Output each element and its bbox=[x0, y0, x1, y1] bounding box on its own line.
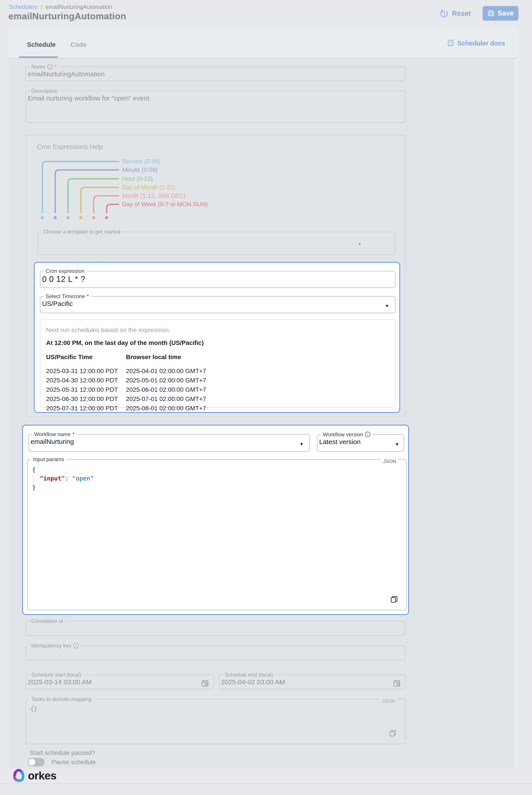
breadcrumb-separator: / bbox=[41, 3, 42, 11]
next-run-table-rows: 2025-03-31 12:00:00 PDT2025-04-01 02:00:… bbox=[46, 367, 389, 413]
next-run-intro: Next run schedules based on the expressi… bbox=[46, 327, 389, 334]
schedule-start-label: Schedule start (local) bbox=[29, 672, 83, 678]
pause-toggle-row: Pause schedule bbox=[28, 757, 96, 767]
scheduler-card: Schedule Code ? Scheduler docs Name i * … bbox=[9, 27, 518, 768]
json-key: "input" bbox=[40, 475, 65, 482]
input-params-editor[interactable]: Input params JSON { "input": "open" } bbox=[27, 457, 407, 610]
workflow-name-select[interactable]: Workflow name * emailNurturing ▼ bbox=[28, 432, 310, 451]
tasks-domain-mapping-value: {} bbox=[26, 702, 405, 712]
copy-icon[interactable] bbox=[388, 729, 398, 738]
schedule-end-field: Schedule end (local) 2025-04-02 03:00 AM bbox=[219, 672, 406, 689]
timezone-value: US/Pacific bbox=[40, 299, 395, 308]
code-line: { bbox=[32, 465, 406, 474]
pause-schedule-label: Pause schedule bbox=[52, 759, 96, 766]
table-row: 2025-06-30 12:00:00 PDT2025-07-01 02:00:… bbox=[46, 394, 389, 404]
cron-expression-label: Cron expression bbox=[43, 269, 87, 274]
workflow-version-value: Latest version bbox=[318, 437, 404, 446]
cron-expression-value[interactable]: 0 0 12 L * ? bbox=[40, 274, 395, 284]
correlation-id-label: Correlation id bbox=[29, 618, 65, 624]
chevron-down-icon[interactable]: ▼ bbox=[358, 242, 362, 247]
reset-label: Reset bbox=[452, 10, 471, 18]
tab-code[interactable]: Code bbox=[71, 41, 87, 48]
start-paused-question: Start schedule paused? bbox=[30, 749, 95, 756]
correlation-id-value bbox=[26, 624, 405, 625]
workflow-version-label: Workflow version i bbox=[321, 432, 373, 437]
save-button[interactable]: Save bbox=[482, 6, 518, 21]
name-value: emailNurturingAutomation bbox=[26, 70, 405, 78]
schedule-end-value: 2025-04-02 03:00 AM bbox=[219, 678, 405, 686]
tasks-domain-mapping-label: Tasks to domain mapping bbox=[29, 697, 94, 702]
cron-label-minute: Minute (0-59) bbox=[122, 167, 158, 173]
name-field: Name i * emailNurturingAutomation bbox=[25, 64, 406, 81]
chevron-down-icon[interactable]: ▼ bbox=[395, 442, 399, 447]
chevron-down-icon[interactable]: ▼ bbox=[385, 303, 389, 309]
active-tab-indicator bbox=[19, 57, 58, 58]
workflow-group: Workflow name * emailNurturing ▼ Workflo… bbox=[22, 425, 409, 615]
table-row: 2025-07-31 12:00:00 PDT2025-08-01 02:00:… bbox=[46, 404, 389, 413]
reset-button[interactable]: Reset bbox=[440, 7, 471, 20]
cron-help-diagram: Second (0-59) Minute (0-59) Hour (0-23) … bbox=[41, 154, 213, 224]
column-header: Browser local time bbox=[126, 354, 181, 361]
cron-star-hour: * bbox=[66, 214, 70, 224]
indent-guide bbox=[34, 475, 34, 483]
orkes-logo-icon bbox=[13, 769, 25, 783]
idempotency-key-field: Idempotency key i bbox=[25, 643, 406, 660]
json-code[interactable]: { "input": "open" } bbox=[28, 462, 406, 492]
schedule-start-value: 2025-03-14 03:00 AM bbox=[26, 678, 213, 686]
json-badge: JSON bbox=[380, 699, 397, 704]
input-params-label: Input params bbox=[31, 457, 66, 462]
cron-star-month: * bbox=[92, 214, 96, 224]
cron-line-minute bbox=[55, 170, 119, 212]
cron-star-minute: * bbox=[53, 214, 57, 224]
cron-section: Cron Expressions Help Second (0-59) Minu… bbox=[25, 135, 406, 417]
page-title: emailNurturingAutomation bbox=[8, 11, 126, 21]
idempotency-key-label: Idempotency key i bbox=[29, 643, 81, 648]
footer-divider bbox=[0, 783, 532, 784]
cron-star-dom: * bbox=[79, 214, 83, 224]
schedule-end-label: Schedule end (local) bbox=[222, 672, 275, 678]
calendar-clock-icon[interactable] bbox=[201, 679, 209, 687]
workflow-name-value: emailNurturing bbox=[29, 437, 309, 445]
tab-schedule[interactable]: Schedule bbox=[27, 41, 56, 48]
template-select[interactable]: Choose a template to get started ▼ bbox=[37, 229, 395, 255]
code-line: "input": "open" bbox=[32, 474, 406, 483]
info-icon: i bbox=[365, 432, 370, 437]
toggle-knob bbox=[28, 759, 35, 765]
table-row: 2025-03-31 12:00:00 PDT2025-04-01 02:00:… bbox=[46, 367, 389, 376]
cron-expression-field[interactable]: Cron expression 0 0 12 L * ? bbox=[40, 269, 396, 288]
cron-label-month: Month (1-12, JAN-DEC) bbox=[122, 192, 186, 199]
table-row: 2025-04-30 12:00:00 PDT2025-05-01 02:00:… bbox=[46, 376, 389, 385]
code-line: } bbox=[32, 483, 406, 492]
schedule-start-field: Schedule start (local) 2025-03-14 03:00 … bbox=[25, 672, 214, 689]
calendar-clock-icon[interactable] bbox=[393, 679, 401, 687]
reset-icon bbox=[440, 9, 449, 18]
breadcrumb-current: emailNurturingAutomation bbox=[45, 3, 112, 11]
chevron-down-icon[interactable]: ▼ bbox=[299, 442, 304, 447]
pause-schedule-toggle[interactable] bbox=[28, 758, 44, 766]
next-run-schedules-panel: Next run schedules based on the expressi… bbox=[40, 319, 396, 408]
cron-line-dom bbox=[81, 187, 119, 212]
cron-star-dow: * bbox=[105, 214, 109, 224]
description-value: Email nurturing workflow for "open" even… bbox=[26, 94, 405, 102]
cron-expression-description: At 12:00 PM, on the last day of the mont… bbox=[46, 339, 389, 347]
idempotency-key-value bbox=[26, 648, 405, 649]
docs-book-icon: ? bbox=[446, 39, 455, 47]
svg-text:?: ? bbox=[450, 41, 452, 44]
next-run-table-header: US/Pacific Time Browser local time bbox=[46, 354, 389, 361]
breadcrumb-schedulers-link[interactable]: Schedulers bbox=[9, 3, 38, 11]
template-label: Choose a template to get started bbox=[41, 229, 122, 235]
copy-icon[interactable] bbox=[390, 595, 399, 604]
timezone-select[interactable]: Select Timezone * US/Pacific ▼ bbox=[40, 294, 396, 313]
table-row: 2025-05-31 12:00:00 PDT2025-06-01 02:00:… bbox=[46, 385, 389, 394]
workflow-version-select[interactable]: Workflow version i Latest version ▼ bbox=[317, 432, 404, 451]
json-value: "open" bbox=[72, 475, 94, 482]
workflow-name-label: Workflow name * bbox=[32, 432, 77, 437]
scheduler-docs-link[interactable]: ? Scheduler docs bbox=[446, 39, 505, 47]
orkes-logo: orkes bbox=[13, 769, 56, 783]
column-header: US/Pacific Time bbox=[46, 354, 126, 361]
orkes-logo-text: orkes bbox=[28, 769, 56, 782]
cron-expression-group: Cron expression 0 0 12 L * ? Select Time… bbox=[34, 262, 400, 413]
description-label: Description bbox=[29, 88, 60, 94]
cron-line-dow bbox=[107, 204, 119, 212]
save-icon bbox=[488, 10, 495, 17]
